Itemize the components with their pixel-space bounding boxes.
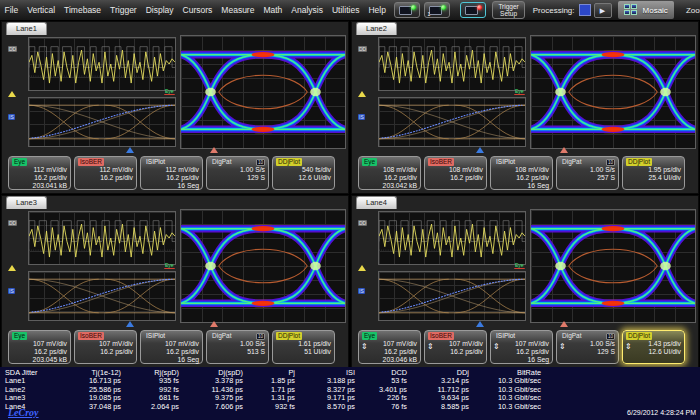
digpat-samples: 513 S <box>210 348 265 356</box>
descriptor-ddjplot[interactable]: ⇕ DDjPlot 1.95 ps/div 25.4 UI/div <box>622 156 685 190</box>
trigger-normal-button[interactable]: 1 <box>424 2 450 18</box>
descriptor-isiplot[interactable]: ⇕ ISIPlot 112 mV/div 16.2 ps/div 16 Seg <box>140 156 203 190</box>
processing-play-button[interactable]: ▶ <box>594 3 612 18</box>
pattern-icon: 10 <box>606 159 615 166</box>
eye-trace-label: Eye <box>514 88 525 95</box>
descriptor-digpat[interactable]: ⇕ 10 DigPat 1.00 S/s 129 S <box>556 330 619 364</box>
pattern-position-marker[interactable] <box>560 321 568 327</box>
descriptor-isober[interactable]: ⇕ IsoBER 107 mV/div 16.2 ps/div <box>424 330 487 364</box>
isiplot-segs: 16 Seg <box>144 356 199 364</box>
eye-tdiv: 16.2 ps/div <box>362 174 417 182</box>
descriptor-eye[interactable]: ⇕ Eye 107 mV/div 16.2 ps/div 203.045 kB <box>8 330 71 364</box>
lane-tab[interactable]: Lane3 <box>6 196 47 209</box>
menu-math[interactable]: Math <box>259 5 287 15</box>
descriptor-eye[interactable]: ⇕ Eye 112 mV/div 16.2 ps/div 203.041 kB <box>8 156 71 190</box>
mosaic-grid-icon <box>624 4 639 16</box>
descriptor-digpat[interactable]: ⇕ 10 DigPat 1.00 S/s 129 S <box>206 156 269 190</box>
digpat-samples: 129 S <box>210 174 265 182</box>
isi-plot: IS <box>28 97 176 147</box>
lecroy-logo: LeCroy <box>8 407 39 418</box>
descriptor-ddjplot[interactable]: ⇕ DDjPlot 1.61 ps/div 51 UI/div <box>272 330 335 364</box>
trigger-stop-button[interactable] <box>460 2 486 18</box>
menu-display[interactable]: Display <box>141 5 178 15</box>
descriptor-ddjplot[interactable]: ⇕ DDjPlot 1.43 ps/div 12.6 UI/div <box>622 330 685 364</box>
descriptor-isiplot[interactable]: ⇕ ISIPlot 107 mV/div 16.2 ps/div 16 Seg <box>490 330 553 364</box>
trigger-level-marker[interactable] <box>358 91 366 97</box>
sda-jitter-table: SDA Jitter Tj(1e-12) Rj(spD) Dj(spD) Pj … <box>4 369 546 411</box>
lane-plots: DD IS Eye <box>2 209 348 327</box>
eye-descriptor-label: Eye <box>12 158 27 166</box>
descriptor-digpat[interactable]: ⇕ 10 DigPat 1.00 S/s 513 S <box>206 330 269 364</box>
isober-vdiv: 112 mV/div <box>78 166 133 174</box>
isiplot-segs: 16 Seg <box>494 182 549 190</box>
trigger-position-marker[interactable] <box>126 321 134 327</box>
isober-tdiv: 16.2 ps/div <box>428 348 483 356</box>
trigger-level-marker[interactable] <box>358 265 366 271</box>
pattern-position-marker[interactable] <box>560 147 568 153</box>
menu-utilities[interactable]: Utilities <box>327 5 363 15</box>
isiplot-tdiv: 16.2 ps/div <box>494 174 549 182</box>
isiplot-tdiv: 16.2 ps/div <box>144 174 199 182</box>
trigger-position-marker[interactable] <box>476 147 484 153</box>
lanes-grid: Lane1 DD IS Eye <box>1 21 699 367</box>
ddjplot-uidiv: 25.4 UI/div <box>626 174 681 182</box>
isober-tdiv: 16.2 ps/div <box>78 348 133 356</box>
isober-descriptor-label: IsoBER <box>428 158 454 166</box>
lane-panel: Lane3 DD IS Eye <box>1 195 349 368</box>
zoom-label: Zoom <box>686 6 700 15</box>
trigger-auto-button[interactable] <box>394 2 420 18</box>
descriptor-eye[interactable]: ⇕ Eye 108 mV/div 16.2 ps/div 203.042 kB <box>358 156 421 190</box>
menu-trigger[interactable]: Trigger <box>106 5 142 15</box>
descriptor-digpat[interactable]: ⇕ 10 DigPat 1.00 S/s 257 S <box>556 156 619 190</box>
descriptor-isober[interactable]: ⇕ IsoBER 108 mV/div 16.2 ps/div <box>424 156 487 190</box>
menu-vertical[interactable]: Vertical <box>23 5 60 15</box>
trigger-setup-button[interactable]: Trigger Setup <box>492 1 524 19</box>
descriptor-ddjplot[interactable]: ⇕ DDjPlot 540 fs/div 12.6 UI/div <box>272 156 335 190</box>
menu-bar: File Vertical Timebase Trigger Display C… <box>0 0 700 20</box>
digpat-rate: 1.00 S/s <box>560 166 615 174</box>
eye-trace-label: Eye <box>164 88 175 95</box>
trigger-level-marker[interactable] <box>8 265 16 271</box>
ddjplot-uidiv: 51 UI/div <box>276 348 331 356</box>
digpat-samples: 257 S <box>560 174 615 182</box>
ddjplot-vdiv: 1.43 ps/div <box>626 340 681 348</box>
menu-cursors[interactable]: Cursors <box>178 5 217 15</box>
descriptor-row: ⇕ Eye 107 mV/div 16.2 ps/div 203.046 kB … <box>358 330 685 364</box>
digpat-trace-label: DD <box>358 220 367 226</box>
updown-arrow-icon: ⇕ <box>493 342 500 351</box>
ddjplot-uidiv: 12.6 UI/div <box>626 348 681 356</box>
lane-plots: DD IS Eye <box>352 209 698 327</box>
menu-help[interactable]: Help <box>364 5 390 15</box>
descriptor-isober[interactable]: ⇕ IsoBER 112 mV/div 16.2 ps/div <box>74 156 137 190</box>
trigger-position-marker[interactable] <box>476 321 484 327</box>
lane-plots: DD IS Eye <box>352 35 698 153</box>
lane-plots: DD IS Eye <box>2 35 348 153</box>
lane-tab[interactable]: Lane2 <box>356 22 397 35</box>
ddjplot-uidiv: 12.6 UI/div <box>276 174 331 182</box>
ddjplot-descriptor-label: DDjPlot <box>276 158 302 166</box>
descriptor-isiplot[interactable]: ⇕ ISIPlot 107 mV/div 16.2 ps/div 16 Seg <box>140 330 203 364</box>
descriptor-isiplot[interactable]: ⇕ ISIPlot 108 mV/div 16.2 ps/div 16 Seg <box>490 156 553 190</box>
digpat-descriptor-label: DigPat <box>560 332 584 340</box>
isober-descriptor-label: IsoBER <box>78 158 104 166</box>
menu-analysis[interactable]: Analysis <box>287 5 328 15</box>
isiplot-descriptor-label: ISIPlot <box>144 332 167 340</box>
trigger-level-marker[interactable] <box>8 91 16 97</box>
descriptor-isober[interactable]: ⇕ IsoBER 107 mV/div 16.2 ps/div <box>74 330 137 364</box>
isi-plot: IS <box>378 97 526 147</box>
jitter-table-body: Lane1 16.713 ps 935 fs 3.378 ps 1.85 ps … <box>4 377 546 411</box>
pattern-position-marker[interactable] <box>210 321 218 327</box>
descriptor-eye[interactable]: ⇕ Eye 107 mV/div 16.2 ps/div 203.046 kB <box>358 330 421 364</box>
menu-file[interactable]: File <box>0 5 23 15</box>
menu-timebase[interactable]: Timebase <box>60 5 106 15</box>
pattern-position-marker[interactable] <box>210 147 218 153</box>
lane-tab[interactable]: Lane4 <box>356 196 397 209</box>
mosaic-panel[interactable]: Mosaic <box>618 1 674 19</box>
eye-vdiv: 108 mV/div <box>362 166 417 174</box>
menu-measure[interactable]: Measure <box>217 5 259 15</box>
trigger-position-marker[interactable] <box>126 147 134 153</box>
lane-tab[interactable]: Lane1 <box>6 22 47 35</box>
lane-panel: Lane4 DD IS Eye <box>351 195 699 368</box>
isi-plot: IS <box>28 271 176 321</box>
isober-tdiv: 16.2 ps/div <box>78 174 133 182</box>
